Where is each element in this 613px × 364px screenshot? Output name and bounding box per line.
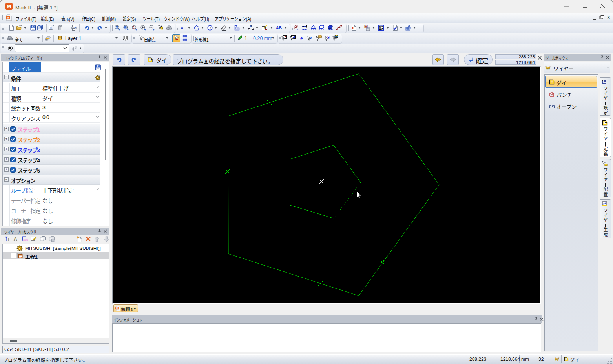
svg-text:e: e [310,35,312,40]
svg-text:W: W [545,65,551,71]
svg-text:A: A [13,236,17,242]
svg-text:AB: AB [276,25,282,30]
svg-text:M: M [7,4,11,9]
svg-text:W: W [555,357,559,362]
svg-text:M: M [116,307,119,309]
svg-text:S: S [327,35,330,40]
svg-text:e: e [300,35,303,41]
svg-text:M: M [7,16,9,20]
svg-text:X: X [607,15,610,20]
svg-text:aa: aa [23,237,28,242]
svg-text:c: c [352,26,354,30]
